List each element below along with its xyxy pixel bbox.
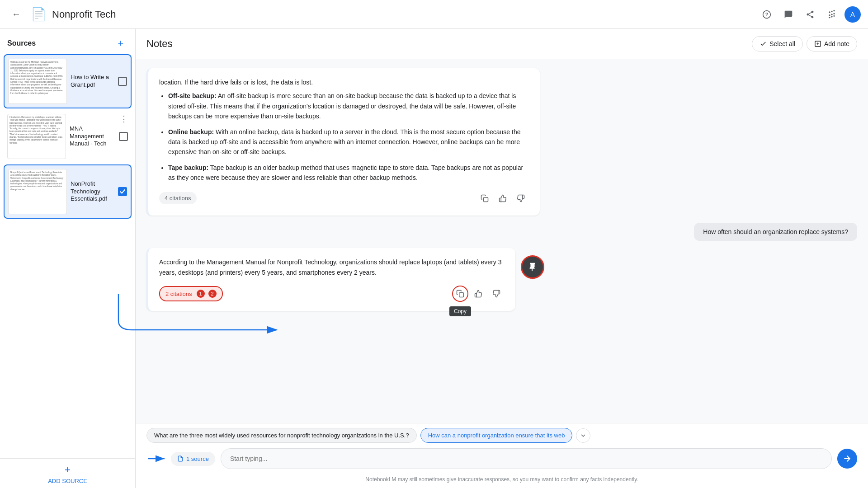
select-all-label: Select all: [769, 40, 795, 47]
thumbs-up-backup[interactable]: [495, 190, 511, 206]
user-avatar[interactable]: A: [844, 6, 861, 23]
checkmark-icon: [119, 188, 126, 195]
query-chip-2[interactable]: How can a nonprofit organization ensure …: [420, 428, 573, 443]
svg-text:?: ?: [765, 12, 769, 17]
pin-button[interactable]: [521, 255, 544, 279]
source-checkbox-2[interactable]: [119, 132, 128, 141]
backup-list-item-online: Online backup: With an online backup, da…: [168, 127, 529, 157]
add-source-bottom[interactable]: + ADD SOURCE: [0, 458, 135, 488]
thumbs-down-icon-backup: [517, 194, 525, 202]
source-menu-2[interactable]: ⋮: [120, 114, 128, 124]
disclaimer: NotebookLM may still sometimes give inac…: [136, 474, 868, 488]
replace-text: According to the Management Manual for N…: [159, 257, 505, 279]
tape-term: Tape backup:: [168, 164, 208, 171]
input-row: 1 source: [136, 443, 868, 474]
tape-text: Tape backup is an older backup method th…: [168, 164, 523, 181]
source-checkbox-1[interactable]: [118, 77, 127, 86]
help-button[interactable]: ?: [758, 5, 776, 23]
thumbs-down-backup[interactable]: [513, 190, 529, 206]
replace-citations-label: 2 citations: [165, 291, 192, 297]
copy-button-replace[interactable]: [452, 286, 468, 302]
online-text: With an online backup, data is backed up…: [168, 128, 520, 156]
source-info-3: NonProfit Technology Essentials.pdf: [67, 180, 118, 203]
document-icon: [177, 455, 184, 462]
source-name-2: MNA Management Manual - Tech: [70, 125, 115, 148]
thumbnail-text-1: Writing a Grant for the Michigan Festiva…: [10, 61, 65, 95]
chat-area: location. If the hard drive fails or is …: [136, 59, 868, 423]
user-message-1: How often should an organization replace…: [694, 223, 857, 241]
copy-button-backup[interactable]: [476, 190, 493, 206]
user-question-container: How often should an organization replace…: [146, 223, 857, 241]
backup-list-item-tape: Tape backup: Tape backup is an older bac…: [168, 163, 529, 183]
grid-icon: [827, 10, 836, 19]
replace-citations-button[interactable]: 2 citations 1 2: [159, 286, 223, 301]
thumbs-up-icon-replace: [474, 290, 482, 298]
backup-citations-button[interactable]: 4 citations: [159, 192, 197, 204]
thumbs-down-icon-replace: [492, 290, 500, 298]
copy-tooltip: Copy: [449, 306, 471, 316]
suggested-queries: What are the three most widely used reso…: [136, 423, 868, 443]
source-info-1: How to Write a Grant.pdf: [67, 74, 118, 89]
content-area: Notes Select all Add note: [136, 29, 868, 488]
back-icon: ←: [12, 9, 21, 19]
notes-actions: Select all Add note: [752, 36, 857, 52]
backup-leading-text: location. If the hard drive fails or is …: [159, 77, 529, 87]
share-icon: [806, 10, 815, 19]
offsite-text: An off-site backup is more secure than a…: [168, 92, 516, 120]
source-thumbnail-1: Writing a Grant for the Michigan Festiva…: [8, 59, 67, 104]
back-button[interactable]: ←: [7, 5, 25, 23]
backup-message-actions: 4 citations: [159, 190, 529, 206]
citation-2-badge: 2: [208, 290, 217, 298]
ai-message-backup: location. If the hard drive fails or is …: [146, 68, 540, 216]
sidebar: Sources + Writing a Grant for the Michig…: [0, 29, 136, 488]
citation-1-badge: 1: [197, 290, 205, 298]
ai-message-replace: According to the Management Manual for N…: [146, 248, 515, 311]
source-checkbox-3[interactable]: [118, 187, 127, 196]
add-source-label: ADD SOURCE: [48, 478, 87, 484]
sidebar-list: Writing a Grant for the Michigan Festiva…: [0, 54, 135, 458]
online-term: Online backup:: [168, 128, 214, 136]
chevron-down-icon: [580, 432, 587, 439]
chat-input[interactable]: [221, 448, 832, 469]
grid-button[interactable]: [823, 5, 841, 23]
sidebar-item-source-3[interactable]: Nonprofit (and some Government) Technolo…: [4, 164, 132, 219]
chat-icon: [784, 10, 793, 19]
notes-header: Notes Select all Add note: [136, 29, 868, 59]
select-all-button[interactable]: Select all: [752, 36, 803, 52]
share-button[interactable]: [801, 5, 819, 23]
main-layout: Sources + Writing a Grant for the Michig…: [0, 29, 868, 488]
thumbs-down-replace[interactable]: [488, 286, 505, 302]
thumbs-up-replace[interactable]: [470, 286, 486, 302]
backup-list: Off-site backup: An off-site backup is m…: [159, 91, 529, 183]
thumbs-up-icon-backup: [499, 194, 507, 202]
app-icon: 📄: [31, 7, 47, 22]
send-button[interactable]: [837, 449, 857, 469]
source-name-3: NonProfit Technology Essentials.pdf: [71, 180, 114, 203]
source-thumbnail-3: Nonprofit (and some Government) Technolo…: [8, 169, 67, 214]
thumbnail-text-2: Introduction After one of my workshops, …: [9, 116, 64, 145]
expand-queries-button[interactable]: [576, 428, 590, 443]
source-indicator[interactable]: 1 source: [171, 452, 215, 466]
sidebar-item-source-2[interactable]: Introduction After one of my workshops, …: [4, 110, 132, 163]
add-icon: +: [118, 38, 124, 49]
offsite-term: Off-site backup:: [168, 92, 217, 99]
ai-response-2-container: According to the Management Manual for N…: [146, 248, 544, 311]
notes-title: Notes: [146, 38, 172, 50]
source-indicator-container: 1 source: [146, 452, 215, 466]
app-title: Nonprofit Tech: [52, 9, 752, 20]
add-source-button[interactable]: +: [113, 36, 128, 51]
topbar-actions: ? A: [758, 5, 861, 23]
chat-button[interactable]: [779, 5, 797, 23]
query-chip-1[interactable]: What are the three most widely used reso…: [146, 428, 417, 443]
source-count-label: 1 source: [186, 455, 209, 462]
add-note-button[interactable]: Add note: [807, 36, 857, 52]
add-note-label: Add note: [824, 40, 849, 47]
backup-reaction-btns: [476, 190, 529, 206]
copy-btn-container: Copy: [452, 286, 468, 302]
source-info-2: MNA Management Manual - Tech: [66, 125, 119, 148]
note-icon: [814, 40, 821, 47]
check-icon: [760, 40, 767, 47]
svg-rect-6: [459, 293, 464, 297]
backup-list-item-offsite: Off-site backup: An off-site backup is m…: [168, 91, 529, 121]
sidebar-item-source-1[interactable]: Writing a Grant for the Michigan Festiva…: [4, 54, 132, 108]
